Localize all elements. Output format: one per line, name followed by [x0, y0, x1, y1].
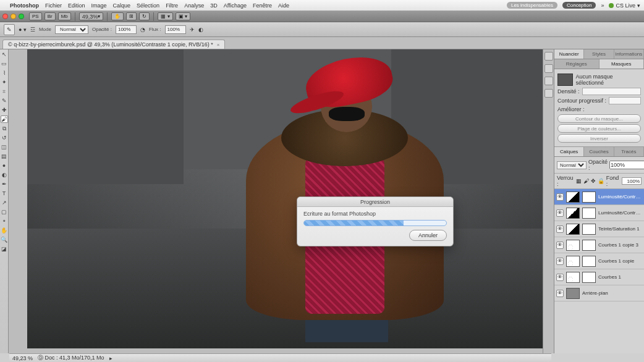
- view-extras-icon[interactable]: ⊞: [126, 12, 137, 20]
- layer-row[interactable]: 👁Luminosité/Contraste 1 copie: [554, 189, 644, 205]
- eye-icon[interactable]: 👁: [556, 258, 564, 265]
- close-tab-icon[interactable]: ×: [217, 42, 220, 48]
- status-chevron-icon[interactable]: ▸: [109, 355, 112, 361]
- menu-3d[interactable]: 3D: [210, 2, 218, 9]
- tab-reglages[interactable]: Réglages: [554, 59, 600, 69]
- tablet-pressure-icon[interactable]: ◐: [198, 27, 203, 33]
- brush-tool-icon[interactable]: 🖌: [1, 116, 8, 123]
- screen-mode-icon[interactable]: ▣ ▾: [176, 12, 190, 20]
- cancel-button[interactable]: Annuler: [409, 230, 447, 241]
- tab-calques[interactable]: Calques: [554, 147, 584, 156]
- density-field[interactable]: [582, 88, 641, 95]
- crop-tool-icon[interactable]: ⌗: [1, 88, 8, 95]
- lock-all-icon[interactable]: 🔒: [598, 178, 604, 184]
- tab-nuancier[interactable]: Nuancier: [554, 49, 584, 59]
- mask-edge-button[interactable]: Contour du masque...: [557, 114, 641, 123]
- gradient-tool-icon[interactable]: ▤: [1, 153, 8, 160]
- eye-icon[interactable]: 👁: [556, 209, 564, 217]
- tab-couches[interactable]: Couches: [584, 147, 614, 156]
- arrange-docs-icon[interactable]: ▦ ▾: [158, 12, 172, 20]
- eye-icon[interactable]: 👁: [556, 225, 564, 233]
- status-zoom[interactable]: 49,23 %: [12, 355, 33, 361]
- eyedropper-tool-icon[interactable]: ✎: [1, 97, 8, 104]
- close-window-button[interactable]: [2, 14, 8, 19]
- menu-calque[interactable]: Calque: [113, 2, 131, 9]
- history-brush-tool-icon[interactable]: ↺: [1, 134, 8, 141]
- move-tool-icon[interactable]: ↖: [1, 51, 8, 58]
- lasso-tool-icon[interactable]: ⌇: [1, 69, 8, 77]
- workspace-essentials[interactable]: Les indispensables: [507, 2, 557, 9]
- hand-tool-icon[interactable]: ✋: [111, 12, 124, 20]
- layer-blend-select[interactable]: Normal: [557, 161, 587, 169]
- eraser-tool-icon[interactable]: ◫: [1, 143, 8, 151]
- actions-panel-icon[interactable]: [544, 64, 553, 73]
- lock-trans-icon[interactable]: ▦: [576, 178, 582, 184]
- blend-mode-select[interactable]: Normal: [55, 25, 88, 34]
- marquee-tool-icon[interactable]: ▭: [1, 60, 8, 67]
- layer-row[interactable]: 👁Teinte/Saturation 1: [554, 221, 644, 237]
- color-range-button[interactable]: Plage de couleurs...: [557, 124, 641, 133]
- char-panel-icon[interactable]: [544, 77, 553, 85]
- menu-affichage[interactable]: Affichage: [224, 2, 247, 9]
- workspace-design[interactable]: Conception: [562, 2, 596, 9]
- tab-traces[interactable]: Tracés: [614, 147, 644, 156]
- history-panel-icon[interactable]: [544, 52, 553, 61]
- launch-minibridge-icon[interactable]: Mb: [58, 12, 71, 20]
- app-menu[interactable]: Photoshop: [10, 2, 39, 9]
- eye-icon[interactable]: 👁: [556, 193, 564, 201]
- eye-icon[interactable]: 👁: [556, 242, 564, 249]
- heal-tool-icon[interactable]: ✚: [1, 106, 8, 114]
- pen-tool-icon[interactable]: ✒: [1, 180, 8, 188]
- shape-tool-icon[interactable]: ▢: [1, 208, 8, 216]
- menu-analyse[interactable]: Analyse: [184, 2, 204, 9]
- zoom-window-button[interactable]: [19, 14, 24, 19]
- fill-input[interactable]: [622, 177, 642, 185]
- fg-bg-color-icon[interactable]: ◪: [1, 245, 8, 253]
- menu-filtre[interactable]: Filtre: [166, 2, 178, 9]
- menu-fichier[interactable]: Fichier: [45, 2, 62, 9]
- type-tool-icon[interactable]: T: [1, 190, 8, 197]
- 3d-tool-icon[interactable]: ⚬: [1, 217, 8, 225]
- eye-icon[interactable]: 👁: [556, 274, 564, 281]
- layer-row[interactable]: 👁Courbes 1 copie 3: [554, 237, 644, 253]
- opacity-input[interactable]: [116, 25, 137, 34]
- invert-button[interactable]: Inverser: [557, 134, 641, 143]
- lock-pos-icon[interactable]: ✥: [591, 178, 596, 184]
- path-tool-icon[interactable]: ↗: [1, 199, 8, 206]
- brush-panel-icon[interactable]: ☲: [30, 27, 35, 33]
- wand-tool-icon[interactable]: ✦: [1, 78, 8, 86]
- brush-preset-icon[interactable]: ● ▾: [19, 27, 27, 33]
- zoom-level[interactable]: 49,3% ▾: [79, 12, 104, 20]
- cs-live-button[interactable]: CS Live▾: [609, 2, 640, 9]
- menu-edition[interactable]: Edition: [68, 2, 85, 9]
- menu-image[interactable]: Image: [91, 2, 107, 9]
- layer-opacity-input[interactable]: [609, 161, 644, 169]
- document-tab[interactable]: © q-bizz-by-pierrecimburek.psd @ 49,3% (…: [2, 40, 225, 49]
- launch-ps-icon[interactable]: PS: [29, 12, 42, 20]
- blur-tool-icon[interactable]: ●: [1, 162, 8, 169]
- hand-tool-icon[interactable]: ✋: [1, 227, 8, 234]
- tab-informations[interactable]: Informations: [614, 49, 644, 59]
- menu-fenetre[interactable]: Fenêtre: [253, 2, 272, 9]
- tab-masques[interactable]: Masques: [600, 59, 645, 69]
- eye-icon[interactable]: 👁: [556, 290, 564, 297]
- layer-row[interactable]: 👁Courbes 1: [554, 269, 644, 285]
- menu-selection[interactable]: Sélection: [137, 2, 159, 9]
- airbrush-icon[interactable]: ✈: [190, 27, 195, 33]
- flow-input[interactable]: [165, 25, 186, 34]
- para-panel-icon[interactable]: [544, 89, 553, 98]
- tab-styles[interactable]: Styles: [584, 49, 614, 59]
- feather-field[interactable]: [609, 97, 641, 104]
- status-docinfo[interactable]: Ⓓ Doc : 41,3 Mo/170,1 Mo: [38, 354, 104, 362]
- rotate-view-icon[interactable]: ↻: [139, 12, 150, 20]
- layer-row[interactable]: 👁Courbes 1 copie: [554, 253, 644, 269]
- menu-aide[interactable]: Aide: [278, 2, 289, 9]
- layer-row[interactable]: 👁Arrière-plan: [554, 285, 644, 301]
- active-tool-icon[interactable]: ✎: [4, 24, 15, 35]
- stamp-tool-icon[interactable]: ⧉: [1, 125, 8, 132]
- zoom-tool-icon[interactable]: 🔍: [1, 236, 8, 243]
- lock-pixels-icon[interactable]: 🖌: [583, 178, 589, 184]
- dodge-tool-icon[interactable]: ◐: [1, 171, 8, 179]
- launch-bridge-icon[interactable]: Br: [44, 12, 56, 20]
- opacity-pressure-icon[interactable]: ◔: [140, 27, 145, 33]
